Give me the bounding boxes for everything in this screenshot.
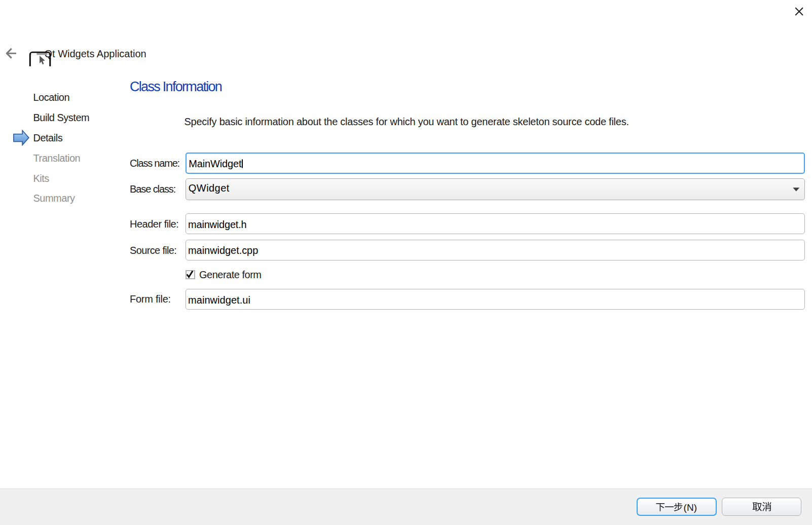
svg-text:(N): (N) bbox=[684, 502, 697, 513]
